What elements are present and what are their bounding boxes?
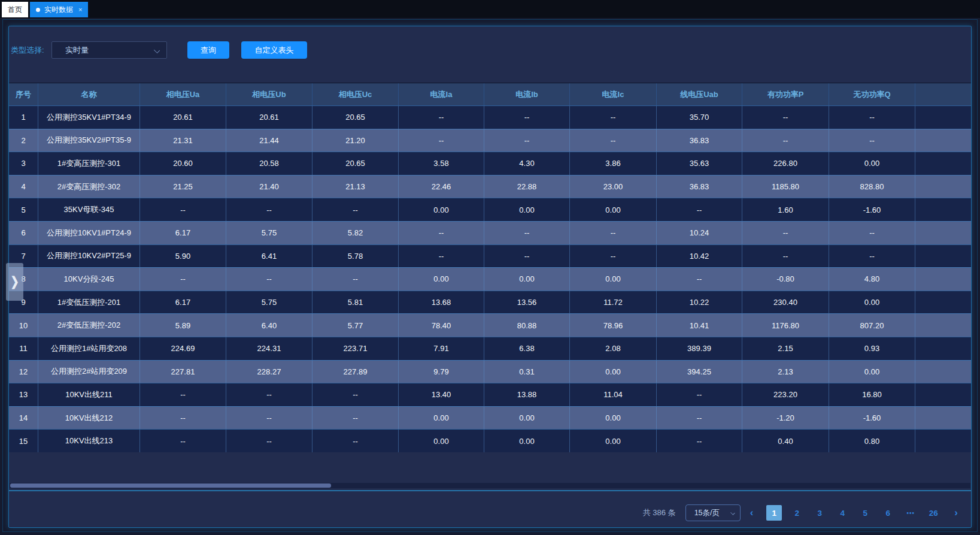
cell-value: 11.04	[570, 383, 657, 406]
table-bottom-divider	[9, 490, 971, 491]
cell-index: 10	[9, 314, 38, 337]
tab-home[interactable]: 首页	[2, 2, 28, 17]
column-header: 相电压Ua	[140, 83, 226, 105]
cell-value: 10.22	[657, 291, 742, 314]
cell-value: 78.40	[399, 314, 484, 337]
page-size-value: 15条/页	[694, 509, 720, 517]
cell-value: 1176.80	[742, 314, 829, 337]
cell-name: 公用测控10KV1#PT24-9	[38, 222, 140, 244]
type-select[interactable]: 实时量	[51, 41, 167, 59]
cell-value: 78.96	[570, 314, 657, 337]
cell-value: --	[312, 268, 399, 291]
table-row[interactable]: 12公用测控2#站用变209227.81228.27227.899.790.31…	[9, 360, 971, 383]
cell-name: 公用测控1#站用变208	[38, 337, 140, 360]
cell-value: 13.40	[399, 383, 484, 406]
cell-value: 227.89	[312, 361, 399, 383]
table-row[interactable]: 810KV分段-245------0.000.000.00---0.804.80	[9, 267, 971, 291]
scrollbar-thumb[interactable]	[10, 483, 331, 488]
pagination: 共 386 条 15条/页 ‹ 123456•••26 ›	[643, 504, 963, 522]
page-button[interactable]: 4	[835, 505, 850, 521]
cell-value: 9.79	[399, 361, 484, 383]
cell-index: 15	[9, 430, 38, 452]
cell-value: --	[742, 129, 829, 152]
table-row[interactable]: 42#变高压测控-30221.2521.4021.1322.4622.8823.…	[9, 175, 971, 198]
cell-value: 0.00	[399, 268, 484, 291]
cell-value: 0.00	[570, 430, 657, 452]
cell-value: --	[140, 407, 226, 430]
column-header: 电流Ia	[399, 83, 484, 105]
custom-header-button[interactable]: 自定义表头	[241, 41, 307, 59]
close-icon[interactable]: ×	[78, 6, 82, 13]
cell-value: 5.75	[226, 222, 312, 244]
cell-value: 2.15	[742, 337, 829, 360]
page-button[interactable]: 3	[812, 505, 827, 521]
table-row[interactable]: 1410KV出线212------0.000.000.00---1.20-1.6…	[9, 406, 971, 430]
cell-stub	[915, 337, 971, 360]
cell-stub	[915, 268, 971, 291]
next-page-button[interactable]: ›	[949, 507, 963, 519]
cell-value: 0.00	[570, 198, 657, 221]
cell-index: 2	[9, 129, 38, 152]
page-button[interactable]: 1	[766, 505, 782, 521]
table-row[interactable]: 91#变低压测控-2016.175.755.8113.6813.5611.721…	[9, 291, 971, 314]
page-button[interactable]: 5	[857, 505, 873, 521]
cell-value: 10.41	[657, 314, 742, 337]
query-button[interactable]: 查询	[187, 41, 229, 59]
cell-value: --	[226, 407, 312, 430]
page-size-select[interactable]: 15条/页	[685, 504, 741, 521]
cell-name: 35KV母联-345	[38, 198, 140, 221]
cell-stub	[915, 314, 971, 337]
cell-value: 21.13	[312, 176, 399, 198]
cell-name: 2#变高压测控-302	[38, 176, 140, 198]
cell-value: --	[399, 106, 484, 129]
page-button[interactable]: 2	[789, 505, 805, 521]
cell-stub	[915, 152, 971, 175]
table-row[interactable]: 1510KV出线213------0.000.000.00--0.400.80	[9, 429, 971, 452]
cell-value: 22.88	[484, 176, 570, 198]
table-row[interactable]: 11公用测控1#站用变208224.69224.31223.717.916.38…	[9, 337, 971, 360]
cell-value: 5.75	[226, 291, 312, 314]
sidebar-expand-toggle[interactable]: ❯	[6, 263, 23, 301]
page-button[interactable]: 6	[880, 505, 896, 521]
cell-value: 0.31	[484, 361, 570, 383]
cell-value: 13.56	[484, 291, 570, 314]
cell-stub	[915, 198, 971, 221]
cell-value: --	[829, 222, 915, 244]
cell-value: 224.31	[226, 337, 312, 360]
cell-value: 22.46	[399, 176, 484, 198]
horizontal-scrollbar[interactable]	[10, 483, 970, 488]
tab-realtime-data[interactable]: 实时数据 ×	[30, 2, 88, 17]
table-row[interactable]: 7公用测控10KV2#PT25-95.906.415.78------10.42…	[9, 244, 971, 268]
cell-value: 0.00	[399, 407, 484, 430]
cell-value: 35.63	[657, 152, 742, 175]
cell-value: --	[399, 129, 484, 152]
table-row[interactable]: 1310KV出线211------13.4013.8811.04--223.20…	[9, 383, 971, 406]
more-pages-button[interactable]: •••	[903, 505, 918, 521]
cell-value: 16.80	[829, 383, 915, 406]
cell-value: --	[742, 106, 829, 129]
column-header-stub	[915, 83, 971, 105]
cell-index: 5	[9, 198, 38, 221]
cell-name: 10KV出线211	[38, 383, 140, 406]
cell-value: 0.00	[570, 361, 657, 383]
table-row[interactable]: 6公用测控10KV1#PT24-96.175.755.82------10.24…	[9, 221, 971, 244]
cell-value: --	[312, 407, 399, 430]
table-row[interactable]: 1公用测控35KV1#PT34-920.6120.6120.65------35…	[9, 105, 971, 129]
cell-value: --	[140, 268, 226, 291]
filter-bar: 类型选择: 实时量 查询 自定义表头	[9, 41, 971, 59]
table-row[interactable]: 535KV母联-345------0.000.000.00--1.60-1.60	[9, 198, 971, 221]
prev-page-button[interactable]: ‹	[745, 507, 758, 519]
table-row[interactable]: 2公用测控35KV2#PT35-921.3121.4421.20------36…	[9, 129, 971, 152]
realtime-data-panel: 类型选择: 实时量 查询 自定义表头 序号名称相电压Ua相电压Ub相电压Uc电流…	[8, 26, 972, 528]
table-row[interactable]: 31#变高压测控-30120.6020.5820.653.584.303.863…	[9, 152, 971, 175]
table-row[interactable]: 102#变低压测控-2025.896.405.7778.4080.8878.96…	[9, 313, 971, 337]
chevron-right-icon: ❯	[10, 274, 19, 289]
cell-value: 389.39	[657, 337, 742, 360]
cell-value: 6.38	[484, 337, 570, 360]
cell-name: 2#变低压测控-202	[38, 314, 140, 337]
cell-value: --	[226, 383, 312, 406]
cell-value: 807.20	[829, 314, 915, 337]
cell-stub	[915, 106, 971, 129]
page-button[interactable]: 26	[926, 505, 941, 521]
cell-value: 5.78	[312, 245, 399, 268]
